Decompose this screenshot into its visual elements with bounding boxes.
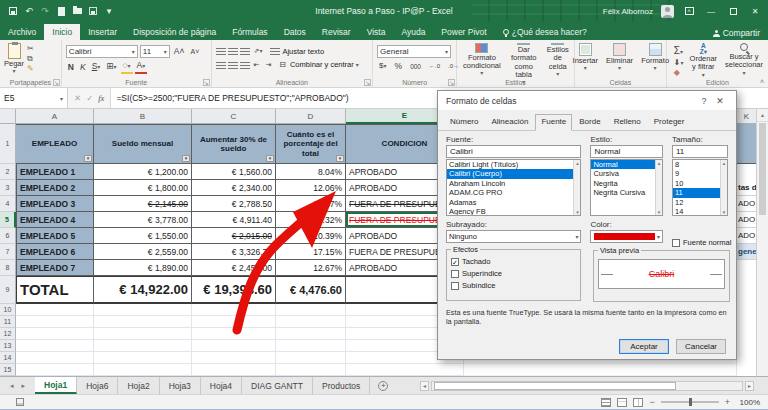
zoom-slider-thumb[interactable] <box>689 398 692 406</box>
undo-icon[interactable]: ↶ <box>24 6 34 16</box>
sheet-tab-diag-gantt[interactable]: DIAG GANTT <box>242 377 313 394</box>
superscript-checkbox[interactable]: Superíndice <box>451 269 576 278</box>
list-scrollbar[interactable]: ▴▾ <box>720 160 727 215</box>
row-header-selected[interactable]: 5 <box>0 212 16 228</box>
cell-a6[interactable]: EMPLEADO 5 <box>16 228 94 244</box>
size-option-selected[interactable]: 11 <box>673 188 727 197</box>
scroll-left-icon[interactable]: ◂ <box>420 381 429 391</box>
style-input[interactable]: Normal <box>590 145 663 158</box>
wrap-text-button[interactable]: Ajustar texto <box>270 47 324 56</box>
dialog-launcher-icon[interactable]: ↘ <box>448 79 455 86</box>
row-header[interactable]: 11 <box>0 316 16 328</box>
cell-c8[interactable]: € 2,457.00 <box>192 260 276 276</box>
sheet-tab-hoja6[interactable]: Hoja6 <box>77 377 118 394</box>
font-option[interactable]: Agency FB <box>447 207 580 216</box>
color-dropdown[interactable]: ▾ <box>590 230 663 243</box>
style-option[interactable]: Negrita Cursiva <box>591 188 662 197</box>
cell-d2[interactable]: 8.04% <box>276 164 346 180</box>
cell-c6[interactable]: € 2,015.00 <box>192 228 276 244</box>
tab-ayuda[interactable]: Ayuda <box>393 24 433 40</box>
scroll-up-icon[interactable]: ▴ <box>757 109 768 122</box>
dialog-tab-relleno[interactable]: Relleno <box>608 114 647 130</box>
align-left-icon[interactable] <box>216 61 226 69</box>
normal-view-icon[interactable] <box>601 398 611 407</box>
vertical-scrollbar[interactable]: ▴ <box>756 109 768 376</box>
sheet-tab-hoja2[interactable]: Hoja2 <box>118 377 159 394</box>
size-input[interactable]: 11 <box>672 145 728 158</box>
cell-d6[interactable]: 10.39% <box>276 228 346 244</box>
cell-a9-total[interactable]: TOTAL <box>16 276 94 304</box>
horizontal-scroll-thumb[interactable] <box>434 382 676 390</box>
style-list[interactable]: Normal Cursiva Negrita Negrita Cursiva ▴… <box>590 159 663 216</box>
cell-d4[interactable]: 14.37% <box>276 196 346 212</box>
filter-dropdown-icon[interactable]: ▾ <box>336 155 344 162</box>
orientation-icon[interactable]: ⇗▾ <box>252 45 265 57</box>
cell-d9-total[interactable]: € 4,476.60 <box>276 276 346 304</box>
tab-datos[interactable]: Datos <box>276 24 314 40</box>
new-sheet-button[interactable]: + <box>370 377 396 394</box>
cell-styles-button[interactable]: Estilos de celda▾ <box>545 43 571 77</box>
column-header-b[interactable]: B <box>94 109 192 124</box>
cell-b4[interactable]: € 2,145.00 <box>94 196 192 212</box>
cell-a5[interactable]: EMPLEADO 4 <box>16 212 94 228</box>
align-right-icon[interactable] <box>240 61 250 69</box>
italic-button[interactable]: K <box>78 62 88 73</box>
print-preview-icon[interactable] <box>88 6 98 16</box>
percent-style-icon[interactable]: % <box>393 61 405 72</box>
header-aumento[interactable]: Aumentar 30% de sueldo▾ <box>192 124 276 164</box>
bold-button[interactable]: N <box>66 62 76 73</box>
row-header[interactable]: 3 <box>0 180 16 196</box>
sheet-tab-productos[interactable]: Productos <box>313 377 370 394</box>
help-icon[interactable]: ? <box>696 96 712 106</box>
strikethrough-checkbox[interactable]: ✓ Tachado <box>451 257 576 266</box>
size-option[interactable]: 10 <box>673 179 727 188</box>
row-header[interactable]: 12 <box>0 328 16 340</box>
filter-dropdown-icon[interactable]: ▾ <box>84 155 92 162</box>
copy-icon[interactable]: ⧉ <box>27 55 34 63</box>
comma-style-icon[interactable]: 000 <box>408 61 423 72</box>
tab-revisar[interactable]: Revisar <box>314 24 359 40</box>
zoom-in-icon[interactable]: + <box>725 397 730 407</box>
cell-a8[interactable]: EMPLEADO 7 <box>16 260 94 276</box>
name-box[interactable]: E5▾ <box>0 88 68 108</box>
column-header-k[interactable]: K <box>737 109 756 124</box>
cell-b8[interactable]: € 1,890.00 <box>94 260 192 276</box>
cell-c5[interactable]: € 4,911.40 <box>192 212 276 228</box>
dialog-tab-numero[interactable]: Número <box>444 114 484 130</box>
zoom-slider[interactable] <box>661 401 719 403</box>
font-list[interactable]: Calibri Light (Títulos) Calibri (Cuerpo)… <box>446 159 581 216</box>
sheet-tab-hoja4[interactable]: Hoja4 <box>201 377 242 394</box>
sheet-nav-left-icon[interactable]: ◂ <box>10 382 14 390</box>
column-header-a[interactable]: A <box>16 109 94 124</box>
cell-b9-total[interactable]: € 14,922.00 <box>94 276 192 304</box>
ribbon-display-options-icon[interactable]: ˄ <box>682 4 696 18</box>
dialog-tab-fuente[interactable]: Fuente <box>535 114 572 131</box>
increase-decimal-icon[interactable]: ←.0 <box>427 61 442 72</box>
row-header[interactable]: 13 <box>0 340 16 352</box>
format-painter-icon[interactable]: ✎ <box>27 65 34 73</box>
page-layout-view-icon[interactable] <box>617 398 627 407</box>
column-header-d[interactable]: D <box>276 109 346 124</box>
conditional-formatting-button[interactable]: Formato condicional▾ <box>461 43 503 77</box>
cell-a3[interactable]: EMPLEADO 2 <box>16 180 94 196</box>
cell-b2[interactable]: € 1,200.00 <box>94 164 192 180</box>
avatar[interactable] <box>661 5 674 18</box>
cell-c7[interactable]: € 3,326.70 <box>192 244 276 260</box>
accessibility-status-icon[interactable] <box>16 398 24 406</box>
tab-disposicion[interactable]: Disposición de página <box>125 24 224 40</box>
tab-insertar[interactable]: Insertar <box>80 24 125 40</box>
tell-me-box[interactable]: ¿Qué desea hacer? <box>495 24 595 40</box>
underline-button[interactable]: S▾ <box>90 61 103 73</box>
fill-color-icon[interactable]: ◌▾ <box>121 60 133 74</box>
customize-qat-icon[interactable]: ▾ <box>104 6 114 16</box>
font-color-icon[interactable]: A▾ <box>135 60 148 74</box>
new-document-icon[interactable] <box>56 6 66 16</box>
paste-button[interactable]: Pegar▾ <box>4 43 24 75</box>
font-option[interactable]: Adamas <box>447 198 580 207</box>
tab-vista[interactable]: Vista <box>359 24 394 40</box>
cut-icon[interactable]: ✂ <box>27 45 34 53</box>
dialog-tab-proteger[interactable]: Proteger <box>648 114 691 130</box>
sheet-tab-hoja3[interactable]: Hoja3 <box>160 377 201 394</box>
header-empleado[interactable]: EMPLEADO▾ <box>16 124 94 164</box>
dialog-launcher-icon[interactable]: ↘ <box>203 79 210 86</box>
